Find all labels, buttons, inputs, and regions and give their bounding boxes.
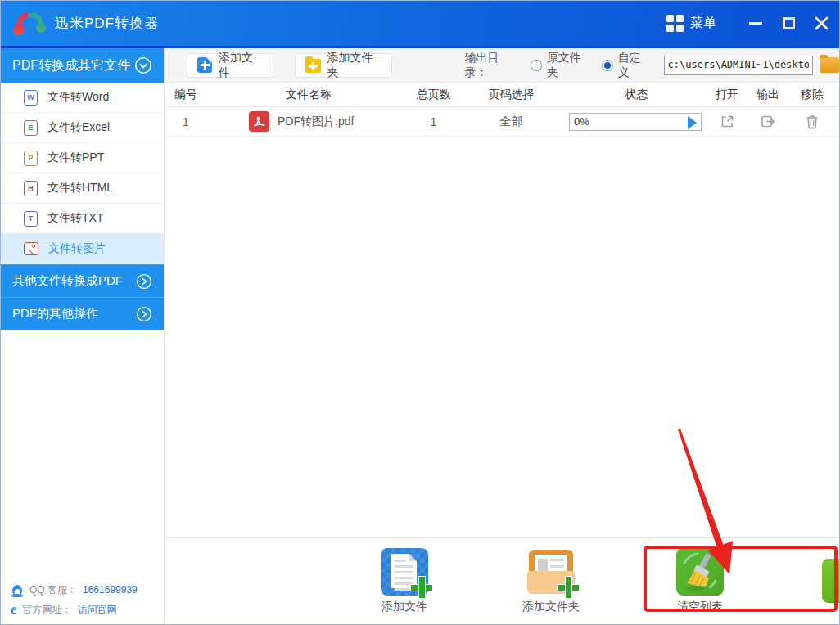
minimize-button[interactable] <box>739 1 772 46</box>
sidebar-item-image[interactable]: 文件转图片 <box>1 234 164 264</box>
qq-icon <box>11 583 24 597</box>
row-index: 1 <box>165 115 206 128</box>
txt-file-icon: T <box>24 211 38 227</box>
sidebar-item-label: 文件转PPT <box>47 151 104 165</box>
sidebar-item-word[interactable]: W 文件转Word <box>1 83 164 113</box>
page-range[interactable]: 全部 <box>456 115 567 129</box>
add-file-action[interactable]: 添加文件 <box>372 548 437 614</box>
sidebar-item-html[interactable]: H 文件转HTML <box>1 173 164 204</box>
sidebar-item-txt[interactable]: T 文件转TXT <box>1 204 164 234</box>
table-header: 编号 文件名称 总页数 页码选择 状态 打开 输出 移除 <box>165 83 839 107</box>
add-file-action-label: 添加文件 <box>372 600 437 614</box>
col-pages: 总页数 <box>411 88 456 102</box>
output-dir-label: 输出目录： <box>464 51 519 80</box>
browse-folder-icon[interactable] <box>820 57 839 73</box>
word-file-icon: W <box>24 90 38 106</box>
add-file-big-icon <box>381 548 428 596</box>
annotation-arrow-shaft <box>678 429 724 548</box>
col-page-select: 页码选择 <box>456 88 567 102</box>
radio-custom-label: 自定义 <box>618 51 651 80</box>
chevron-right-circle-icon <box>136 273 152 290</box>
minimize-icon <box>749 22 762 25</box>
maximize-icon <box>783 17 795 29</box>
visit-site-link[interactable]: 访问官网 <box>78 603 117 617</box>
open-output-button[interactable] <box>748 114 788 129</box>
sidebar-group-label: PDF转换成其它文件 <box>12 57 134 74</box>
file-name: PDF转图片.pdf <box>278 115 354 129</box>
col-output: 输出 <box>748 88 788 102</box>
ppt-file-icon: P <box>24 151 38 166</box>
clear-list-action-label: 清空列表 <box>667 600 733 614</box>
sidebar: PDF转换成其它文件 W 文件转Word E 文件转Excel P 文件转PPT… <box>1 48 165 625</box>
table-row: 1 PDF转图片.pdf 1 全部 0% <box>165 107 839 137</box>
add-folder-button[interactable]: 添加文件夹 <box>295 53 393 78</box>
row-play-icon[interactable] <box>688 116 697 129</box>
bottom-action-bar: 添加文件 添加文件夹 <box>165 537 839 624</box>
col-remove: 移除 <box>788 88 837 102</box>
col-open: 打开 <box>706 88 748 102</box>
open-file-button[interactable] <box>706 114 748 129</box>
add-folder-action[interactable]: 添加文件夹 <box>518 548 584 614</box>
html-file-icon: H <box>24 181 38 196</box>
ie-browser-icon: e <box>11 604 17 615</box>
close-icon <box>815 16 829 30</box>
clear-list-big-icon <box>676 548 724 596</box>
output-arrow-icon <box>760 114 776 129</box>
sidebar-item-ppt[interactable]: P 文件转PPT <box>1 143 164 173</box>
add-folder-icon <box>305 59 321 73</box>
sidebar-item-label: 文件转TXT <box>47 211 103 226</box>
progress-value: 0% <box>574 115 589 128</box>
app-window: 迅米PDF转换器 菜单 PDF转换成其它文件 W 文 <box>0 0 840 625</box>
app-title: 迅米PDF转换器 <box>55 14 159 33</box>
radio-unchecked-icon <box>531 60 541 71</box>
add-folder-label: 添加文件夹 <box>327 51 382 80</box>
trash-icon <box>805 114 820 130</box>
col-filename: 文件名称 <box>206 88 411 102</box>
qq-number-link[interactable]: 1661699939 <box>83 584 138 596</box>
sidebar-group-other-to-pdf[interactable]: 其他文件转换成PDF <box>1 264 164 297</box>
sidebar-group-label: PDF的其他操作 <box>12 306 136 321</box>
add-file-label: 添加文件 <box>219 51 262 80</box>
radio-custom[interactable]: 自定义 <box>602 51 650 80</box>
radio-original-label: 原文件夹 <box>547 51 590 80</box>
excel-file-icon: E <box>24 120 38 136</box>
menu-grid-icon <box>666 15 684 32</box>
radio-checked-icon <box>602 60 612 71</box>
chevron-right-circle-icon <box>136 306 152 322</box>
sidebar-group-label: 其他文件转换成PDF <box>12 273 136 289</box>
qq-service-label: QQ 客服： <box>29 583 77 597</box>
col-index: 编号 <box>165 88 206 102</box>
sidebar-group-pdf-to-other[interactable]: PDF转换成其它文件 <box>1 48 164 83</box>
chevron-down-circle-icon <box>134 56 152 74</box>
title-bar: 迅米PDF转换器 菜单 <box>1 1 839 48</box>
col-status: 状态 <box>567 88 706 102</box>
sidebar-item-label: 文件转Excel <box>47 120 110 135</box>
radio-original-folder[interactable]: 原文件夹 <box>531 51 590 80</box>
add-folder-big-icon <box>527 548 575 596</box>
image-file-icon <box>24 242 38 255</box>
toolbar: 添加文件 添加文件夹 输出目录： 原文件夹 自定义 <box>165 48 839 83</box>
sidebar-item-label: 文件转Word <box>47 90 109 105</box>
open-external-icon <box>720 114 735 129</box>
remove-file-button[interactable] <box>788 114 837 130</box>
start-convert-button[interactable]: 开始转换 <box>822 559 840 601</box>
sidebar-item-label: 文件转图片 <box>48 241 106 256</box>
sidebar-item-excel[interactable]: E 文件转Excel <box>1 113 164 143</box>
plus-icon <box>410 576 431 597</box>
sidebar-group-pdf-ops[interactable]: PDF的其他操作 <box>1 297 164 330</box>
clear-list-action[interactable]: 清空列表 <box>667 548 733 614</box>
page-count: 1 <box>411 115 456 128</box>
add-file-icon <box>197 57 212 73</box>
output-path-input[interactable] <box>664 56 813 75</box>
menu-button[interactable]: 菜单 <box>666 15 716 32</box>
app-logo-icon <box>11 7 50 40</box>
pdf-file-icon <box>249 111 269 132</box>
maximize-button[interactable] <box>772 1 805 46</box>
close-button[interactable] <box>805 1 838 46</box>
add-file-button[interactable]: 添加文件 <box>187 53 273 78</box>
menu-label: 菜单 <box>690 15 716 32</box>
add-folder-action-label: 添加文件夹 <box>518 600 584 614</box>
plus-icon <box>557 576 578 597</box>
progress-bar: 0% <box>569 113 702 131</box>
contact-info: QQ 客服： 1661699939 e 官方网址： 访问官网 <box>11 580 138 619</box>
